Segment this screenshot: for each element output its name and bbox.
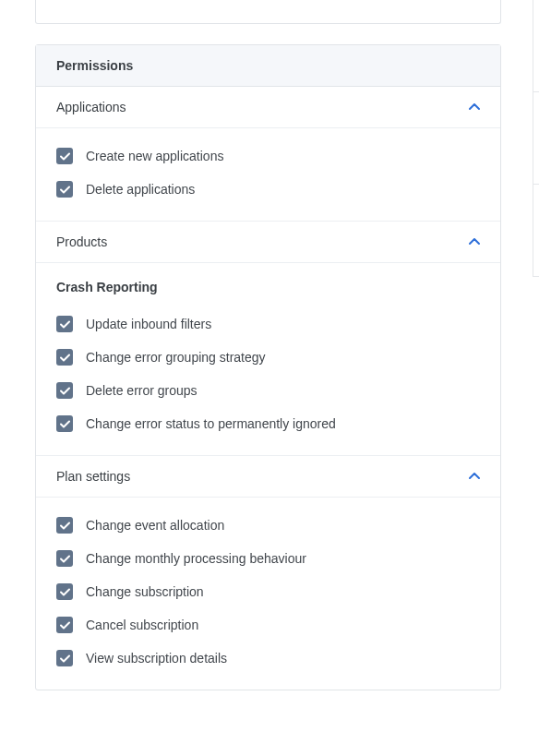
permission-label: Change monthly processing behaviour	[86, 551, 306, 566]
section-body-plan-settings: Change event allocation Change monthly p…	[36, 498, 500, 690]
checkbox-change-error-status-ignored[interactable]	[56, 415, 73, 432]
checkbox-update-inbound-filters[interactable]	[56, 316, 73, 332]
panel-title: Permissions	[56, 58, 480, 73]
permission-label: Cancel subscription	[86, 618, 198, 632]
permission-row: Change monthly processing behaviour	[56, 542, 480, 575]
permission-row: Change subscription	[56, 575, 480, 608]
section-toggle-products[interactable]: Products	[36, 222, 500, 263]
permission-label: Create new applications	[86, 149, 223, 163]
permission-label: Update inbound filters	[86, 317, 211, 331]
checkbox-cancel-subscription[interactable]	[56, 617, 73, 633]
permission-row: Update inbound filters	[56, 307, 480, 341]
permission-label: Change error grouping strategy	[86, 350, 266, 365]
checkbox-change-error-grouping-strategy[interactable]	[56, 349, 73, 366]
section-body-products: Crash Reporting Update inbound filters C…	[36, 263, 500, 456]
permissions-panel: Permissions Applications Create new appl…	[35, 44, 501, 690]
permission-row: View subscription details	[56, 642, 480, 675]
section-toggle-plan-settings[interactable]: Plan settings	[36, 456, 500, 498]
checkbox-create-new-applications[interactable]	[56, 148, 73, 164]
permission-label: Delete applications	[86, 182, 195, 197]
side-panel-fragment	[533, 0, 539, 277]
section-label: Products	[56, 234, 107, 249]
permission-label: View subscription details	[86, 651, 227, 666]
checkbox-change-event-allocation[interactable]	[56, 517, 73, 534]
subheading-crash-reporting: Crash Reporting	[56, 280, 480, 294]
checkbox-delete-applications[interactable]	[56, 181, 73, 198]
checkbox-change-subscription[interactable]	[56, 583, 73, 600]
permission-row: Delete error groups	[56, 374, 480, 407]
permission-row: Create new applications	[56, 139, 480, 173]
panel-header: Permissions	[36, 45, 500, 87]
section-label: Plan settings	[56, 469, 130, 484]
permission-label: Change subscription	[86, 584, 204, 599]
permission-row: Cancel subscription	[56, 608, 480, 642]
permission-row: Change error grouping strategy	[56, 341, 480, 374]
checkbox-change-monthly-processing[interactable]	[56, 550, 73, 567]
permission-row: Change error status to permanently ignor…	[56, 407, 480, 440]
section-toggle-applications[interactable]: Applications	[36, 87, 500, 128]
permission-row: Change event allocation	[56, 509, 480, 542]
section-body-applications: Create new applications Delete applicati…	[36, 128, 500, 222]
permission-label: Change event allocation	[86, 518, 224, 533]
permission-label: Change error status to permanently ignor…	[86, 416, 336, 431]
previous-panel-fragment	[35, 0, 501, 24]
chevron-up-icon	[469, 102, 480, 113]
section-label: Applications	[56, 100, 126, 114]
chevron-up-icon	[469, 236, 480, 247]
checkbox-delete-error-groups[interactable]	[56, 382, 73, 399]
checkbox-view-subscription-details[interactable]	[56, 650, 73, 666]
permission-label: Delete error groups	[86, 383, 198, 398]
permission-row: Delete applications	[56, 173, 480, 206]
chevron-up-icon	[469, 471, 480, 482]
